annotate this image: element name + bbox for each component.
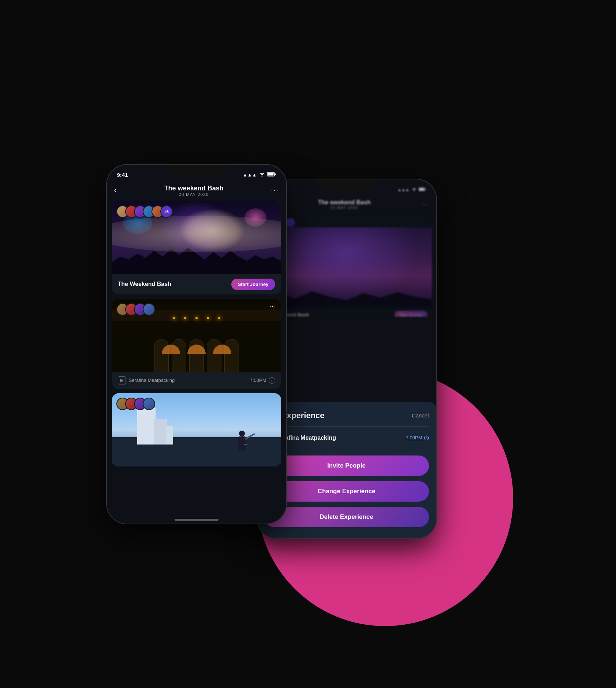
- restaurant-footer-left: ⊞ Serafina Meatpacking: [118, 376, 175, 384]
- header-title-right: The weekend Bash: [318, 199, 371, 206]
- festival-title: The Weekend Bash: [118, 281, 171, 287]
- restaurant-time: 7:00PM: [250, 378, 266, 383]
- status-icons-right: ▲▲▲: [397, 187, 426, 192]
- restaurant-name: Serafina Meatpacking: [129, 378, 175, 383]
- festival-footer: The Weekend Bash Start Journey: [112, 274, 281, 294]
- notch-left: [167, 165, 226, 175]
- movie-avatars: [116, 398, 155, 410]
- modal-venue-row: ⊞ Serafina Meatpacking 7:00PM: [264, 432, 429, 448]
- card-restaurant[interactable]: ··· ⊞ Serafina Meatpacking 7:00PM i: [112, 299, 281, 389]
- start-journey-button[interactable]: Start Journey: [231, 279, 275, 290]
- restaurant-image: ···: [112, 299, 281, 372]
- header-center-right: The weekend Bash 23 MAY 2020: [318, 199, 371, 210]
- back-button-left[interactable]: ‹: [114, 186, 117, 195]
- header-subtitle-right: 23 MAY 2020: [318, 206, 371, 210]
- modal-header: Edit Experience Cancel: [264, 411, 429, 420]
- change-experience-button[interactable]: Change Experience: [264, 481, 429, 502]
- modal-cancel-button[interactable]: Cancel: [412, 412, 429, 419]
- movie-image: ···: [112, 393, 281, 466]
- wifi-icon-right: [412, 187, 417, 192]
- signal-icon: ▲▲▲: [243, 172, 257, 178]
- modal-time-text: 7:00PM: [406, 435, 422, 440]
- wifi-icon: [259, 172, 265, 178]
- info-icon-restaurant[interactable]: i: [269, 377, 275, 384]
- signal-icon-right: ▲▲▲: [397, 187, 410, 192]
- card-movie[interactable]: ···: [112, 393, 281, 466]
- battery-icon: [267, 172, 276, 178]
- restaurant-more[interactable]: ···: [269, 303, 276, 310]
- notch-right: [317, 179, 376, 190]
- battery-icon-right: [419, 187, 426, 192]
- modal-venue-time[interactable]: 7:00PM: [406, 435, 429, 440]
- app-header-left: ‹ The weekend Bash 23 MAY 2020 ···: [107, 182, 286, 201]
- cards-list: +5 The Weekend Bash Start Journey: [107, 201, 286, 466]
- invite-people-button[interactable]: Invite People: [264, 455, 429, 476]
- header-subtitle-left: 23 MAY 2020: [164, 192, 224, 197]
- clock-icon: [424, 435, 429, 440]
- m-avatar-4: [143, 398, 155, 410]
- restaurant-footer: ⊞ Serafina Meatpacking 7:00PM i: [112, 372, 281, 389]
- svg-rect-2: [268, 173, 273, 176]
- movie-more[interactable]: ···: [269, 398, 276, 404]
- venue-icon-restaurant: ⊞: [118, 376, 126, 384]
- phone-left: 9:41 ▲▲▲: [107, 165, 286, 524]
- blurred-card: The Weekend Bash Start Journey: [261, 214, 432, 317]
- more-button-left[interactable]: ···: [271, 187, 279, 194]
- svg-rect-1: [275, 174, 276, 175]
- festival-image: +5: [112, 201, 281, 274]
- card-festival[interactable]: +5 The Weekend Bash Start Journey: [112, 201, 281, 294]
- restaurant-avatars: [116, 303, 155, 316]
- status-icons-left: ▲▲▲: [243, 172, 276, 178]
- modal-divider-top: [264, 426, 429, 427]
- avatar-plus: +5: [160, 205, 173, 218]
- home-indicator-left: [175, 519, 219, 521]
- svg-rect-5: [419, 188, 424, 190]
- header-title-left: The weekend Bash: [164, 185, 224, 192]
- time-left: 9:41: [117, 172, 128, 178]
- r-avatar-4: [143, 303, 155, 316]
- festival-avatars: +5: [116, 205, 173, 218]
- more-button-right[interactable]: ···: [422, 201, 429, 207]
- header-center-left: The weekend Bash 23 MAY 2020: [164, 185, 224, 197]
- delete-experience-button[interactable]: Delete Experience: [264, 507, 429, 527]
- modal-divider-bottom: [264, 448, 429, 448]
- phones-container: 9:41 ▲▲▲: [107, 150, 509, 538]
- screen-left: 9:41 ▲▲▲: [107, 165, 286, 524]
- restaurant-time-info: 7:00PM i: [250, 377, 275, 384]
- svg-rect-4: [425, 189, 426, 190]
